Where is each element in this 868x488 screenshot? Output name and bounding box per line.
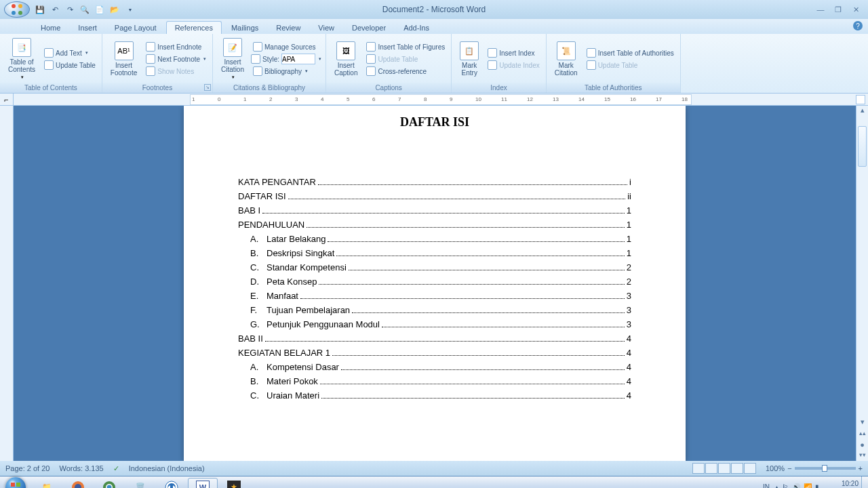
toc-label: Deskripsi Singkat <box>267 248 334 258</box>
toc-leader <box>318 184 627 185</box>
next-page-icon[interactable]: ▾▾ <box>856 451 868 461</box>
tray-volume-icon[interactable]: 🔊 <box>792 483 800 488</box>
explorer-taskbar-icon[interactable]: 📁 <box>32 478 62 489</box>
svg-point-2 <box>12 11 16 15</box>
language-indicator[interactable]: Indonesian (Indonesia) <box>129 464 205 472</box>
group-citations: 📝 Insert Citation▾ Manage Sources Style:… <box>213 34 326 93</box>
tab-review[interactable]: Review <box>268 22 309 34</box>
toc-line: B.Deskripsi Singkat1 <box>238 248 631 258</box>
close-button[interactable]: ✕ <box>848 3 864 16</box>
print-layout-view-button[interactable] <box>692 463 705 474</box>
vertical-ruler[interactable] <box>0 106 14 461</box>
open-icon[interactable]: 📂 <box>108 3 121 16</box>
toc-letter: F. <box>250 305 267 315</box>
browse-object-icon[interactable]: ● <box>856 441 868 450</box>
scroll-down-icon[interactable]: ▾ <box>856 418 868 428</box>
insert-endnote-button[interactable]: Insert Endnote <box>144 41 208 52</box>
tray-network-icon[interactable]: 📶 <box>804 483 812 488</box>
bibliography-button[interactable]: Bibliography▾ <box>251 66 321 77</box>
toc-label: BAB I <box>238 205 260 216</box>
maximize-button[interactable]: ❐ <box>830 3 846 16</box>
tray-clock[interactable]: 10:20 01/04/2017 <box>825 480 859 489</box>
tab-view[interactable]: View <box>310 22 342 34</box>
print-preview-icon[interactable]: 🔍 <box>79 3 91 16</box>
undo-icon[interactable]: ↶ <box>49 3 61 16</box>
toc-letter: G. <box>250 319 267 329</box>
insert-index-button[interactable]: Insert Index <box>486 47 542 58</box>
mark-entry-button[interactable]: 📋 Mark Entry <box>456 40 483 78</box>
tab-references[interactable]: References <box>166 21 222 34</box>
page-indicator[interactable]: Page: 2 of 20 <box>5 464 50 472</box>
start-button[interactable] <box>0 476 31 489</box>
next-footnote-button[interactable]: Next Footnote▾ <box>144 54 208 64</box>
recycle-bin-taskbar-icon[interactable]: 🗑️ <box>125 478 155 489</box>
office-button[interactable] <box>4 1 30 18</box>
movie-maker-taskbar-icon[interactable]: ★ <box>219 478 249 489</box>
page: DAFTAR ISI KATA PENGANTARiDAFTAR ISIiiBA… <box>184 106 686 461</box>
insert-footnote-button[interactable]: AB¹ Insert Footnote <box>106 40 141 78</box>
vertical-scrollbar[interactable]: ▴ ▾ ▴▴ ● ▾▾ <box>856 106 868 461</box>
tab-page-layout[interactable]: Page Layout <box>106 22 165 34</box>
show-desktop-button[interactable] <box>861 476 868 489</box>
group-label-toc: Table of Contents <box>0 83 102 93</box>
manage-sources-button[interactable]: Manage Sources <box>251 41 321 52</box>
firefox-taskbar-icon[interactable] <box>63 478 93 489</box>
zoom-value[interactable]: 100% <box>766 464 785 472</box>
table-of-contents-button[interactable]: 📑 Table of Contents▾ <box>4 37 39 81</box>
add-text-button[interactable]: Add Text▾ <box>42 47 98 58</box>
captions-update-table-button[interactable]: Update Table <box>364 54 447 64</box>
tab-addins[interactable]: Add-Ins <box>395 22 437 34</box>
cross-reference-button[interactable]: Cross-reference <box>364 66 447 77</box>
footnotes-launcher-icon[interactable]: ↘ <box>204 84 211 91</box>
mark-citation-button[interactable]: 📜 Mark Citation <box>551 40 582 78</box>
full-screen-view-button[interactable] <box>705 463 717 474</box>
tab-mailings[interactable]: Mailings <box>223 22 267 34</box>
zoom-in-button[interactable]: + <box>859 464 863 472</box>
scroll-thumb[interactable] <box>858 126 867 167</box>
word-taskbar-icon[interactable]: W <box>188 478 218 489</box>
web-layout-view-button[interactable] <box>718 463 730 474</box>
toc-leader <box>307 227 625 228</box>
redo-icon[interactable]: ↷ <box>64 3 76 16</box>
update-table-button[interactable]: Update Table <box>42 60 98 70</box>
toc-line: G.Petunjuk Penggunaan Modul3 <box>238 319 631 329</box>
tab-developer[interactable]: Developer <box>344 22 394 34</box>
chrome-taskbar-icon[interactable] <box>94 478 124 489</box>
save-icon[interactable]: 💾 <box>34 3 46 16</box>
window-title: Document2 - Microsoft Word <box>382 5 486 14</box>
word-count[interactable]: Words: 3.135 <box>59 464 103 472</box>
tray-show-hidden-icon[interactable]: ▴ <box>775 483 778 488</box>
insert-caption-button[interactable]: 🖼 Insert Caption <box>330 40 361 78</box>
help-icon[interactable]: ? <box>853 21 863 30</box>
qat-dropdown-icon[interactable]: ▼ <box>123 3 136 16</box>
teamviewer-taskbar-icon[interactable] <box>157 478 186 489</box>
insert-authorities-button[interactable]: Insert Table of Authorities <box>585 47 676 58</box>
outline-view-button[interactable] <box>731 463 743 474</box>
prev-page-icon[interactable]: ▴▴ <box>856 430 868 439</box>
insert-citation-button[interactable]: 📝 Insert Citation▾ <box>217 37 248 81</box>
proofing-icon[interactable]: ✓ <box>113 464 119 473</box>
zoom-out-button[interactable]: − <box>787 464 791 472</box>
new-icon[interactable]: 📄 <box>94 3 106 16</box>
tab-insert[interactable]: Insert <box>70 22 105 34</box>
system-tray: IN ▴ 🏳 🔊 📶 ▮ 10:20 01/04/2017 <box>763 480 861 489</box>
scroll-up-icon[interactable]: ▴ <box>856 106 868 117</box>
toc-line: PENDAHULUAN1 <box>238 220 631 230</box>
tab-home[interactable]: Home <box>33 22 68 34</box>
minimize-button[interactable]: — <box>812 3 829 16</box>
toc-label: Materi Pokok <box>267 376 318 386</box>
citation-style-select[interactable] <box>281 54 315 64</box>
tray-battery-icon[interactable]: ▮ <box>815 483 819 488</box>
draft-view-button[interactable] <box>744 463 756 474</box>
tab-selector-button[interactable]: ⌐ <box>0 94 14 106</box>
insert-table-figures-button[interactable]: Insert Table of Figures <box>364 41 447 52</box>
zoom-slider[interactable] <box>795 467 856 470</box>
tray-action-center-icon[interactable]: 🏳 <box>782 483 789 488</box>
ruler-toggle-button[interactable] <box>856 95 865 104</box>
authorities-update-button[interactable]: Update Table <box>585 60 676 70</box>
horizontal-ruler[interactable]: 10123456789101112131415161718 <box>190 94 692 105</box>
document-area[interactable]: DAFTAR ISI KATA PENGANTARiDAFTAR ISIiiBA… <box>14 106 856 461</box>
tray-language[interactable]: IN <box>763 483 770 488</box>
show-notes-button[interactable]: Show Notes <box>144 66 208 77</box>
update-index-button[interactable]: Update Index <box>486 60 542 70</box>
